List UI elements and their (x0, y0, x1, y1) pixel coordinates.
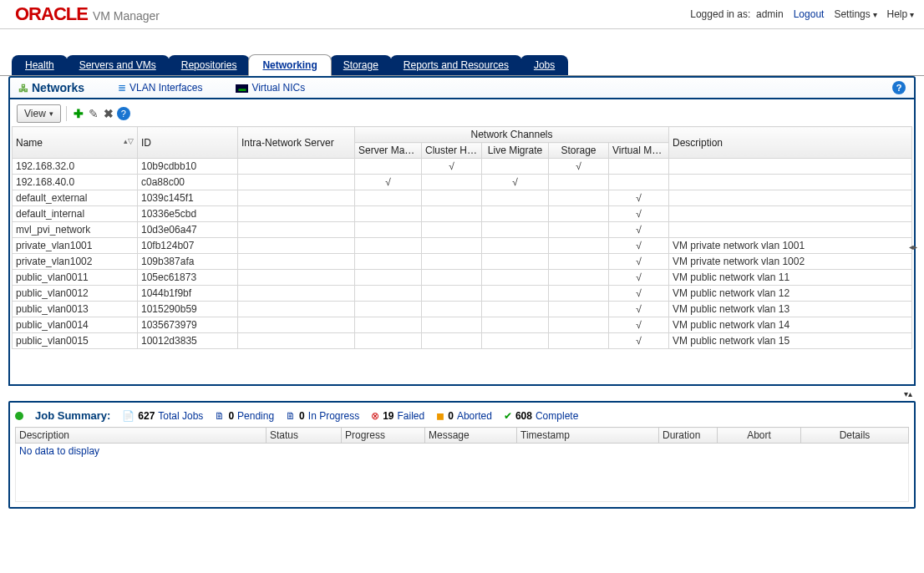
stat-total[interactable]: 📄627Total Jobs (122, 410, 203, 422)
cell-vm: √ (609, 254, 669, 270)
help-menu[interactable]: Help (887, 8, 914, 20)
cell-intra (238, 159, 355, 175)
jobcol-progress[interactable]: Progress (342, 428, 425, 444)
cell-ch (422, 190, 482, 206)
cell-st (549, 254, 609, 270)
col-storage[interactable]: Storage (549, 143, 609, 159)
col-vm[interactable]: Virtual Machine (609, 143, 669, 159)
tab-jobs[interactable]: Jobs (520, 55, 568, 75)
cell-desc (669, 222, 912, 238)
subnav-networks[interactable]: Networks (18, 81, 84, 94)
subnav-vnic[interactable]: Virtual NICs (236, 82, 305, 94)
subnav-vlan[interactable]: VLAN Interfaces (118, 82, 202, 94)
cell-ch (422, 254, 482, 270)
cell-intra (238, 222, 355, 238)
jobcol-status[interactable]: Status (267, 428, 342, 444)
cell-vm: √ (609, 302, 669, 317)
tab-servers-and-vms[interactable]: Servers and VMs (66, 55, 170, 75)
table-row[interactable]: public_vlan00131015290b59√VM public netw… (13, 302, 912, 317)
table-row[interactable]: public_vlan0011105ec61873√VM public netw… (13, 270, 912, 286)
table-row[interactable]: public_vlan00141035673979√VM public netw… (13, 317, 912, 333)
cell-desc: VM public network vlan 13 (669, 302, 912, 317)
stat-failed[interactable]: ⊗19Failed (371, 410, 424, 422)
table-row[interactable]: 192.168.32.010b9cdbb10√√ (13, 159, 912, 175)
table-row[interactable]: mvl_pvi_network10d3e06a47√ (13, 222, 912, 238)
cell-sm (355, 206, 422, 222)
job-summary-header: Job Summary: 📄627Total Jobs 🗎0Pending 🗎0… (15, 409, 909, 422)
stat-pending[interactable]: 🗎0Pending (215, 410, 274, 422)
cell-sm (355, 270, 422, 286)
cell-sm: √ (355, 175, 422, 190)
table-row[interactable]: private_vlan1002109b387afa√VM private ne… (13, 254, 912, 270)
cell-name: public_vlan0013 (13, 302, 138, 317)
logout-link[interactable]: Logout (794, 8, 825, 20)
col-server-mgmt[interactable]: Server Management (355, 143, 422, 159)
table-row[interactable]: private_vlan100110fb124b07√VM private ne… (13, 238, 912, 254)
jobcol-duration[interactable]: Duration (659, 428, 718, 444)
cell-desc: VM public network vlan 15 (669, 333, 912, 349)
stat-inprogress[interactable]: 🗎0In Progress (286, 410, 359, 422)
jobcol-timestamp[interactable]: Timestamp (517, 428, 659, 444)
subnav-help-icon[interactable]: ? (892, 81, 906, 94)
table-row[interactable]: default_internal10336e5cbd√ (13, 206, 912, 222)
status-dot-icon (15, 412, 23, 420)
jobcol-abort[interactable]: Abort (718, 428, 801, 444)
cell-lm (482, 270, 549, 286)
jobcol-description[interactable]: Description (16, 428, 267, 444)
cell-id: 1035673979 (138, 317, 238, 333)
delete-icon[interactable]: ✖ (102, 107, 115, 120)
brand-subtitle: VM Manager (93, 9, 160, 23)
tab-reports-and-resources[interactable]: Reports and Resources (390, 55, 522, 75)
cell-st (549, 238, 609, 254)
table-row[interactable]: default_external1039c145f1√ (13, 190, 912, 206)
add-icon[interactable]: ✚ (72, 107, 85, 120)
cell-lm (482, 206, 549, 222)
cell-name: mvl_pvi_network (13, 222, 138, 238)
table-row[interactable]: 192.168.40.0c0a88c00√√ (13, 175, 912, 190)
cell-name: private_vlan1001 (13, 238, 138, 254)
vlan-icon (118, 82, 126, 94)
settings-menu[interactable]: Settings (834, 8, 876, 20)
cell-sm (355, 190, 422, 206)
job-summary-title: Job Summary: (35, 409, 110, 422)
table-row[interactable]: public_vlan00121044b1f9bf√VM public netw… (13, 286, 912, 302)
cell-desc: VM private network vlan 1001 (669, 238, 912, 254)
col-cluster-hb[interactable]: Cluster Heartbeat (422, 143, 482, 159)
jobcol-details[interactable]: Details (801, 428, 909, 444)
cell-id: 1039c145f1 (138, 190, 238, 206)
cell-vm: √ (609, 222, 669, 238)
cell-name: default_external (13, 190, 138, 206)
cell-desc: VM private network vlan 1002 (669, 254, 912, 270)
col-intra[interactable]: Intra-Network Server (238, 127, 355, 159)
col-id[interactable]: ID (138, 127, 238, 159)
cell-sm (355, 302, 422, 317)
cell-lm (482, 286, 549, 302)
edit-icon[interactable]: ✎ (87, 107, 100, 120)
cell-intra (238, 286, 355, 302)
panel-collapse-handle[interactable]: ▾▴ (904, 389, 912, 398)
header-divider (0, 28, 924, 29)
cell-id: 109b387afa (138, 254, 238, 270)
toolbar-help-icon[interactable]: ? (117, 107, 130, 120)
cell-ch (422, 238, 482, 254)
stat-complete[interactable]: ✔608Complete (504, 410, 578, 422)
cell-ch (422, 175, 482, 190)
stat-aborted[interactable]: ◼0Aborted (436, 410, 492, 422)
cell-st (549, 286, 609, 302)
job-summary-panel: ▾▴ Job Summary: 📄627Total Jobs 🗎0Pending… (8, 401, 916, 509)
tab-storage[interactable]: Storage (330, 55, 392, 75)
tab-health[interactable]: Health (12, 55, 68, 75)
jobcol-message[interactable]: Message (425, 428, 517, 444)
panel-resize-handle[interactable]: ◂▸ (909, 242, 917, 251)
cell-id: c0a88c00 (138, 175, 238, 190)
view-menu-button[interactable]: View▾ (17, 104, 61, 123)
tab-repositories[interactable]: Repositories (168, 55, 251, 75)
col-description[interactable]: Description (669, 127, 912, 159)
cell-vm: √ (609, 317, 669, 333)
col-live-migrate[interactable]: Live Migrate (482, 143, 549, 159)
col-name[interactable]: Name▴▽ (13, 127, 138, 159)
cell-vm: √ (609, 286, 669, 302)
tab-networking[interactable]: Networking (248, 54, 331, 76)
cell-desc (669, 159, 912, 175)
table-row[interactable]: public_vlan001510012d3835√VM public netw… (13, 333, 912, 349)
